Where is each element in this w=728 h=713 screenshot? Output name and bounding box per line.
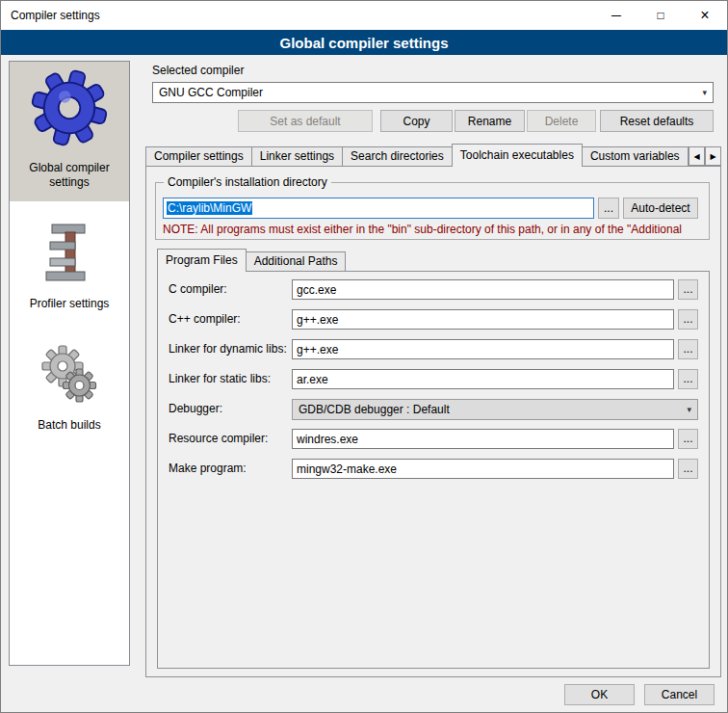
cpp-compiler-input[interactable] xyxy=(292,309,674,330)
window-controls: ─ □ × xyxy=(594,1,727,30)
make-program-label: Make program: xyxy=(169,462,247,475)
tab-custom-variables[interactable]: Custom variables xyxy=(582,146,689,167)
linker-dynamic-browse-button[interactable]: ... xyxy=(678,339,698,359)
minimize-button[interactable]: ─ xyxy=(594,1,638,30)
sidebar-item-label: Profiler settings xyxy=(30,297,110,311)
close-icon: × xyxy=(700,7,709,24)
linker-dynamic-label: Linker for dynamic libs: xyxy=(169,342,287,356)
close-button[interactable]: × xyxy=(683,1,727,30)
minimize-icon: ─ xyxy=(611,8,621,23)
auto-detect-button[interactable]: Auto-detect xyxy=(623,198,698,219)
cancel-button[interactable]: Cancel xyxy=(644,684,715,705)
cpp-compiler-browse-button[interactable]: ... xyxy=(678,309,698,330)
resource-compiler-input[interactable] xyxy=(292,429,674,449)
installation-directory-group-title: Compiler's installation directory xyxy=(164,175,331,189)
debugger-label: Debugger: xyxy=(169,402,222,415)
copy-button[interactable]: Copy xyxy=(380,110,453,132)
tab-search-directories[interactable]: Search directories xyxy=(342,146,453,167)
set-as-default-button[interactable]: Set as default xyxy=(238,110,373,132)
tab-scroll-right-button[interactable]: ▶ xyxy=(705,146,721,166)
tab-toolchain-executables[interactable]: Toolchain executables xyxy=(452,144,583,167)
selected-compiler-label: Selected compiler xyxy=(152,64,244,77)
debugger-select[interactable]: GDB/CDB debugger : Default ▾ xyxy=(292,399,698,420)
page-title: Global compiler settings xyxy=(1,30,727,55)
chevron-down-icon: ▾ xyxy=(702,88,707,97)
installation-directory-value: C:\raylib\MinGW xyxy=(167,201,252,215)
sidebar: Global compiler settings Profiler settin… xyxy=(9,61,130,666)
window-title: Compiler settings xyxy=(1,9,100,22)
sidebar-item-batch-builds[interactable]: Batch builds xyxy=(10,336,129,444)
tab-strip: Compiler settings Linker settings Search… xyxy=(145,144,689,167)
debugger-select-value: GDB/CDB debugger : Default xyxy=(299,403,450,416)
sidebar-item-profiler-settings[interactable]: Profiler settings xyxy=(10,215,129,323)
sidebar-item-label: Global compiler settings xyxy=(12,161,127,190)
sidebar-item-label: Batch builds xyxy=(38,418,100,433)
gear-icon xyxy=(31,69,108,149)
reset-defaults-button[interactable]: Reset defaults xyxy=(600,110,714,132)
compiler-select-value: GNU GCC Compiler xyxy=(159,86,263,99)
tab-linker-settings[interactable]: Linker settings xyxy=(251,146,343,167)
sidebar-item-global-compiler-settings[interactable]: Global compiler settings xyxy=(10,62,129,201)
linker-static-label: Linker for static libs: xyxy=(169,372,271,385)
c-compiler-browse-button[interactable]: ... xyxy=(678,279,698,300)
delete-button[interactable]: Delete xyxy=(527,110,596,132)
make-program-browse-button[interactable]: ... xyxy=(678,459,698,479)
installation-directory-browse-button[interactable]: ... xyxy=(598,198,619,219)
subtab-additional-paths[interactable]: Additional Paths xyxy=(246,251,347,272)
ok-button[interactable]: OK xyxy=(564,684,635,705)
profiler-clamp-icon xyxy=(41,223,97,285)
installation-directory-input[interactable]: C:\raylib\MinGW xyxy=(163,198,594,219)
arrow-right-icon: ▶ xyxy=(710,152,715,161)
rename-button[interactable]: Rename xyxy=(455,110,525,132)
cpp-compiler-label: C++ compiler: xyxy=(169,312,241,326)
subtab-program-files[interactable]: Program Files xyxy=(157,249,247,272)
chevron-down-icon: ▾ xyxy=(687,405,691,414)
maximize-button[interactable]: □ xyxy=(638,1,683,30)
compiler-settings-window: Compiler settings ─ □ × Global compiler … xyxy=(0,0,728,713)
linker-static-input[interactable] xyxy=(292,369,674,389)
make-program-input[interactable] xyxy=(292,459,674,479)
gears-stack-icon xyxy=(39,344,99,407)
compiler-select[interactable]: GNU GCC Compiler ▾ xyxy=(152,82,714,103)
c-compiler-input[interactable] xyxy=(292,279,674,300)
maximize-icon: □ xyxy=(657,9,663,22)
c-compiler-label: C compiler: xyxy=(169,282,227,296)
tab-compiler-settings[interactable]: Compiler settings xyxy=(145,146,252,167)
note-text: NOTE: All programs must exist either in … xyxy=(163,223,708,236)
resource-compiler-label: Resource compiler: xyxy=(169,432,268,445)
titlebar[interactable]: Compiler settings ─ □ × xyxy=(1,1,727,30)
linker-dynamic-input[interactable] xyxy=(292,339,674,359)
linker-static-browse-button[interactable]: ... xyxy=(678,369,698,389)
tab-scroll-left-button[interactable]: ◀ xyxy=(689,146,705,166)
arrow-left-icon: ◀ xyxy=(693,152,699,161)
subtab-strip: Program Files Additional Paths xyxy=(157,249,465,272)
resource-compiler-browse-button[interactable]: ... xyxy=(678,429,698,449)
